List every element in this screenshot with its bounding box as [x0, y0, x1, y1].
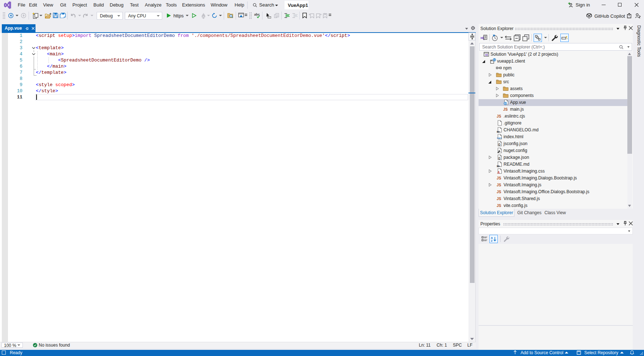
svg-text:Z: Z [491, 239, 493, 242]
svg-text:M: M [497, 131, 499, 133]
svg-text:A: A [497, 170, 500, 174]
svg-text:<o>: <o> [497, 137, 502, 140]
svg-text:abc: abc [254, 13, 260, 16]
svg-text:{}: {} [498, 156, 501, 160]
svg-text:{}: {} [498, 143, 501, 146]
svg-text:M: M [497, 165, 499, 168]
